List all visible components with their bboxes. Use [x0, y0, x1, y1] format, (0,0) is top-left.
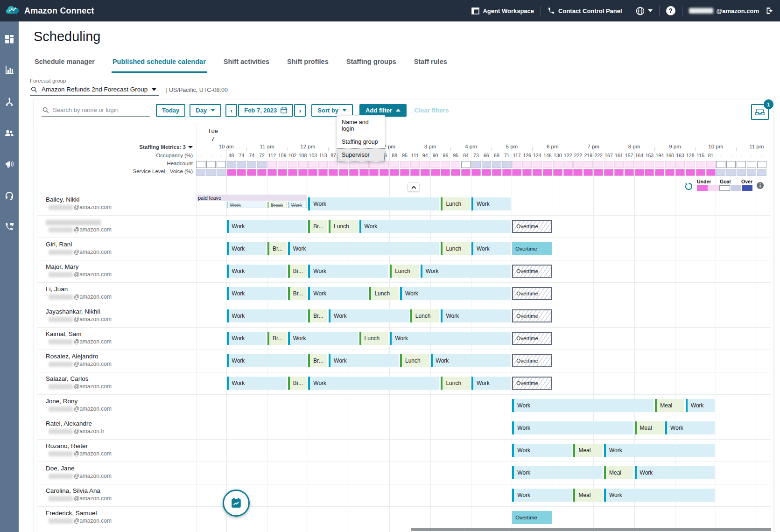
shift-bar-work[interactable]: Work: [431, 354, 511, 367]
shift-bar-break[interactable]: Lunch: [410, 309, 440, 322]
shift-bar-work-cancelled[interactable]: Work: [288, 202, 307, 208]
contact-phone-icon[interactable]: [5, 222, 14, 231]
shift-bar-work[interactable]: Work: [329, 309, 409, 322]
brand[interactable]: Amazon Connect: [6, 4, 94, 17]
users-icon[interactable]: [5, 128, 14, 138]
shift-bar-work[interactable]: Work: [227, 309, 307, 322]
shift-bar-work[interactable]: Work: [471, 197, 511, 210]
shift-bar-work[interactable]: Work: [512, 421, 633, 434]
shift-bar-work[interactable]: Work: [512, 489, 572, 502]
shift-bar-overtime[interactable]: Overtime: [512, 354, 551, 367]
shift-bar-break[interactable]: Meal: [604, 466, 633, 479]
shift-bar-overtime-approved[interactable]: Overtime: [512, 511, 551, 524]
shift-bar-work[interactable]: Work: [471, 377, 511, 390]
shift-bar-break[interactable]: Br...: [308, 354, 327, 367]
shift-bar-overtime[interactable]: Overtime: [512, 377, 551, 390]
shift-bar-overtime[interactable]: Overtime: [512, 332, 551, 345]
user-account[interactable]: @amazon.com: [689, 7, 759, 14]
sign-out-button[interactable]: [766, 7, 773, 14]
shift-bar-work[interactable]: Work: [604, 444, 715, 457]
shift-bar-overtime[interactable]: Overtime: [512, 220, 551, 233]
shift-bar-work[interactable]: Work: [288, 242, 440, 255]
metrics-icon[interactable]: [5, 66, 14, 75]
view-mode-select[interactable]: Day: [190, 104, 221, 117]
tab-staff-rules[interactable]: Staff rules: [413, 58, 448, 73]
language-selector[interactable]: [636, 7, 653, 15]
shift-bar-work[interactable]: Work: [400, 287, 511, 300]
routing-icon[interactable]: [5, 97, 14, 106]
contact-control-panel-link[interactable]: Contact Control Panel: [548, 7, 622, 14]
shift-bar-work[interactable]: Work: [227, 354, 307, 367]
clear-filters-button[interactable]: Clear filters: [414, 107, 449, 114]
shift-bar-work[interactable]: Work: [512, 399, 654, 412]
shift-bar-work[interactable]: Work: [288, 332, 358, 345]
shift-bar-work[interactable]: Work: [227, 287, 287, 300]
shift-bar-work[interactable]: Work: [308, 287, 368, 300]
tab-schedule-manager[interactable]: Schedule manager: [34, 58, 96, 73]
filter-menu-item-staffing-group[interactable]: Staffing group: [337, 135, 385, 148]
agent-support-icon[interactable]: [5, 191, 14, 200]
shift-bar-work[interactable]: Work: [686, 399, 715, 412]
shift-bar-break[interactable]: Br...: [288, 287, 307, 300]
tab-staffing-groups[interactable]: Staffing groups: [345, 58, 397, 73]
tab-published-schedule-calendar[interactable]: Published schedule calendar: [112, 58, 207, 73]
shift-bar-break[interactable]: Br...: [267, 332, 287, 345]
forecast-group-select[interactable]: Amazon Refunds 2nd Forecast Group: [30, 84, 159, 96]
shift-bar-work[interactable]: Work: [308, 377, 439, 390]
shift-bar-work[interactable]: Work: [604, 489, 715, 502]
shift-bar-work[interactable]: Work: [227, 377, 287, 390]
shift-bar-break-cancelled[interactable]: Break: [267, 202, 287, 208]
shift-bar-overtime[interactable]: Overtime: [512, 309, 551, 322]
announcements-icon[interactable]: [5, 160, 14, 169]
shift-bar-break[interactable]: Meal: [635, 421, 664, 434]
shift-bar-work[interactable]: Work: [665, 421, 715, 434]
shift-bar-work[interactable]: Work: [390, 332, 511, 345]
horizontal-scrollbar[interactable]: [411, 528, 771, 531]
previous-day-button[interactable]: ‹: [225, 104, 237, 117]
shift-bar-break[interactable]: Br...: [288, 377, 307, 390]
shift-bar-break[interactable]: Meal: [655, 399, 684, 412]
shift-bar-break[interactable]: Lunch: [441, 197, 470, 210]
next-day-button[interactable]: ›: [294, 104, 306, 117]
shift-bar-break[interactable]: Lunch: [359, 332, 389, 345]
collapse-metrics-button[interactable]: [408, 182, 420, 192]
staffing-metrics-toggle[interactable]: Staffing Metrics: 3: [53, 144, 193, 150]
shift-bar-work[interactable]: Work: [308, 265, 388, 278]
shift-bar-overtime[interactable]: Overtime: [512, 265, 551, 278]
shift-bar-work[interactable]: Work: [441, 309, 511, 322]
sort-by-select[interactable]: Sort by: [311, 104, 353, 117]
shift-bar-break[interactable]: Lunch: [329, 220, 358, 233]
search-input[interactable]: [52, 106, 147, 114]
shift-bar-work[interactable]: Work: [512, 444, 572, 457]
shift-bar-overtime-approved[interactable]: Overtime: [512, 242, 551, 255]
shift-bar-work[interactable]: Work: [512, 466, 603, 479]
shift-bar-break[interactable]: Br...: [267, 242, 287, 255]
shift-bar-break[interactable]: Meal: [573, 489, 603, 502]
filter-menu-item-name-and-login[interactable]: Name and login: [337, 116, 385, 135]
shift-bar-break[interactable]: Br...: [308, 309, 327, 322]
shift-bar-work[interactable]: Work: [329, 354, 399, 367]
shift-bar-break[interactable]: Lunch: [369, 287, 399, 300]
date-picker[interactable]: Feb 7, 2023: [238, 104, 293, 117]
shift-bar-work[interactable]: Work: [471, 242, 511, 255]
schedule-insights-fab[interactable]: [223, 490, 250, 517]
tab-shift-profiles[interactable]: Shift profiles: [286, 58, 330, 73]
refresh-icon[interactable]: [684, 182, 693, 191]
shift-bar-work[interactable]: Work: [227, 332, 266, 345]
shift-bar-work[interactable]: Work: [359, 220, 511, 233]
add-filter-button[interactable]: Add filter: [359, 104, 407, 117]
shift-bar-break[interactable]: Lunch: [441, 242, 470, 255]
shift-bar-break[interactable]: Br...: [288, 265, 307, 278]
shift-bar-work[interactable]: Work: [308, 197, 439, 210]
search-box[interactable]: [42, 104, 150, 117]
info-icon[interactable]: [756, 182, 764, 189]
shift-bar-break[interactable]: Br...: [308, 220, 327, 233]
notifications-inbox-button[interactable]: 1: [751, 104, 769, 120]
dashboard-icon[interactable]: [5, 35, 14, 44]
shift-bar-work[interactable]: Work: [227, 265, 287, 278]
tab-shift-activities[interactable]: Shift activities: [223, 58, 270, 73]
shift-bar-break[interactable]: Lunch: [441, 377, 470, 390]
shift-bar-work-cancelled[interactable]: Work: [227, 202, 266, 208]
shift-bar-work[interactable]: Work: [635, 466, 715, 479]
shift-bar-break[interactable]: Lunch: [390, 265, 419, 278]
